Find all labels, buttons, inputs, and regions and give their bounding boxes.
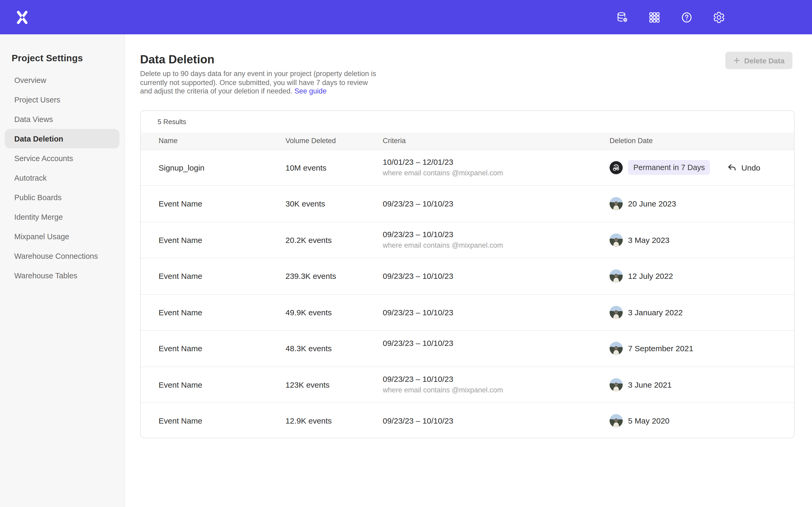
user-avatar <box>610 306 623 319</box>
criteria-date-range: 10/01/23 – 12/01/23 <box>383 158 453 167</box>
row-deletion-date: Permanent in 7 Days Undo <box>610 150 794 185</box>
table-row: Event Name 12.9K events 09/23/23 – 10/10… <box>141 402 794 438</box>
row-volume: 30K events <box>286 186 383 222</box>
row-criteria: 09/23/23 – 10/10/23 <box>383 294 610 330</box>
row-name: Event Name <box>159 186 286 222</box>
criteria-date-range: 09/23/23 – 10/10/23 <box>383 230 453 239</box>
criteria-date-range: 09/23/23 – 10/10/23 <box>383 339 453 347</box>
topbar-icon-group <box>616 0 725 34</box>
deletion-date: 12 July 2022 <box>628 272 673 281</box>
criteria-filter: where email contains @mixpanel.com <box>383 169 503 178</box>
results-count: 5 Results <box>141 111 794 132</box>
page-title: Data Deletion <box>140 53 812 66</box>
sidebar-item-warehouse-tables[interactable]: Warehouse Tables <box>5 266 119 285</box>
table-row: Event Name 20.2K events 09/23/23 – 10/10… <box>141 222 794 258</box>
row-volume: 49.9K events <box>286 294 383 330</box>
row-volume: 20.2K events <box>286 222 383 258</box>
top-navigation-bar <box>0 0 812 34</box>
row-name: Event Name <box>159 367 286 402</box>
deletion-date: 20 June 2023 <box>628 200 676 208</box>
row-name: Event Name <box>159 403 286 438</box>
column-header-criteria: Criteria <box>383 137 610 145</box>
row-deletion-date: 12 July 2022 <box>610 258 794 294</box>
row-name: Event Name <box>159 258 286 294</box>
delete-data-button-label: Delete Data <box>744 56 784 65</box>
settings-gear-icon[interactable] <box>713 11 725 23</box>
table-row: Signup_login 10M events 10/01/23 – 12/01… <box>141 149 794 185</box>
criteria-date-range: 09/23/23 – 10/10/23 <box>383 375 453 384</box>
apps-grid-icon[interactable] <box>648 11 661 23</box>
sidebar-item-identity-merge[interactable]: Identity Merge <box>5 207 119 227</box>
criteria-date-range: 09/23/23 – 10/10/23 <box>383 416 453 426</box>
row-volume: 10M events <box>286 150 383 185</box>
app-window: Project Settings Overview Project Users … <box>0 0 812 507</box>
sidebar-heading: Project Settings <box>0 53 124 64</box>
row-criteria: 09/23/23 – 10/10/23 where email contains… <box>383 367 610 402</box>
user-avatar <box>610 233 623 247</box>
row-volume: 239.3K events <box>286 258 383 294</box>
sidebar-item-service-accounts[interactable]: Service Accounts <box>5 149 119 168</box>
row-volume: 123K events <box>286 367 383 402</box>
undo-icon <box>727 163 737 173</box>
sidebar-item-project-users[interactable]: Project Users <box>5 90 119 109</box>
row-deletion-date: 3 May 2023 <box>610 222 794 258</box>
row-criteria: 09/23/23 – 10/10/23 <box>383 331 610 366</box>
sidebar-item-warehouse-connections[interactable]: Warehouse Connections <box>5 246 119 266</box>
row-volume: 48.3K events <box>286 331 383 366</box>
row-deletion-date: 3 June 2021 <box>610 367 794 402</box>
user-avatar <box>610 197 623 211</box>
plus-icon <box>733 57 740 64</box>
row-criteria: 09/23/23 – 10/10/23 <box>383 403 610 438</box>
user-avatar <box>610 414 623 428</box>
column-header-name: Name <box>159 137 286 145</box>
undo-button[interactable]: Undo <box>727 163 760 173</box>
mixpanel-logo-icon[interactable] <box>15 10 29 25</box>
row-deletion-date: 5 May 2020 <box>610 403 794 438</box>
page-description: Delete up to 90 days data for any event … <box>140 70 379 96</box>
sidebar-item-mixpanel-usage[interactable]: Mixpanel Usage <box>5 227 119 246</box>
user-avatar <box>610 342 623 355</box>
row-deletion-date: 20 June 2023 <box>610 186 794 222</box>
row-criteria: 10/01/23 – 12/01/23 where email contains… <box>383 150 610 185</box>
row-deletion-date: 3 January 2022 <box>610 294 794 330</box>
user-avatar <box>610 378 623 391</box>
deletion-date: 5 May 2020 <box>628 416 669 426</box>
sidebar-item-overview[interactable]: Overview <box>5 70 119 90</box>
user-avatar-sketch <box>610 161 623 174</box>
row-criteria: 09/23/23 – 10/10/23 where email contains… <box>383 222 610 258</box>
see-guide-link[interactable]: See guide <box>295 87 327 95</box>
main-content: Data Deletion Delete up to 90 days data … <box>125 34 812 507</box>
criteria-filter: where email contains @mixpanel.com <box>383 386 503 395</box>
column-header-deletion-date: Deletion Date <box>610 137 794 145</box>
sidebar-nav: Overview Project Users Data Views Data D… <box>0 70 124 285</box>
page-description-text: Delete up to 90 days data for any event … <box>140 70 376 95</box>
row-volume: 12.9K events <box>286 403 383 438</box>
help-icon[interactable] <box>680 11 693 23</box>
table-row: Event Name 48.3K events 09/23/23 – 10/10… <box>141 330 794 366</box>
deletion-date: 7 September 2021 <box>628 344 693 353</box>
table-row: Event Name 123K events 09/23/23 – 10/10/… <box>141 366 794 402</box>
table-row: Event Name 49.9K events 09/23/23 – 10/10… <box>141 294 794 330</box>
sidebar: Project Settings Overview Project Users … <box>0 34 125 507</box>
deletion-date: 3 June 2021 <box>628 380 672 389</box>
table-row: Event Name 30K events 09/23/23 – 10/10/2… <box>141 185 794 222</box>
delete-data-button[interactable]: Delete Data <box>725 52 793 69</box>
sidebar-item-autotrack[interactable]: Autotrack <box>5 168 119 187</box>
table-row: Event Name 239.3K events 09/23/23 – 10/1… <box>141 258 794 294</box>
sidebar-item-public-boards[interactable]: Public Boards <box>5 187 119 207</box>
row-name: Signup_login <box>159 150 286 185</box>
criteria-date-range: 09/23/23 – 10/10/23 <box>383 272 453 281</box>
permanent-badge: Permanent in 7 Days <box>628 160 710 175</box>
sidebar-item-data-views[interactable]: Data Views <box>5 109 119 129</box>
row-name: Event Name <box>159 222 286 258</box>
table-header-row: Name Volume Deleted Criteria Deletion Da… <box>141 132 794 149</box>
criteria-filter: where email contains @mixpanel.com <box>383 242 503 250</box>
criteria-date-range: 09/23/23 – 10/10/23 <box>383 308 453 317</box>
deletion-date: 3 May 2023 <box>628 235 669 244</box>
column-header-volume: Volume Deleted <box>286 137 383 145</box>
row-deletion-date: 7 September 2021 <box>610 331 794 366</box>
data-settings-icon[interactable] <box>616 11 628 23</box>
sidebar-item-data-deletion[interactable]: Data Deletion <box>5 129 119 149</box>
row-name: Event Name <box>159 294 286 330</box>
row-criteria: 09/23/23 – 10/10/23 <box>383 186 610 222</box>
